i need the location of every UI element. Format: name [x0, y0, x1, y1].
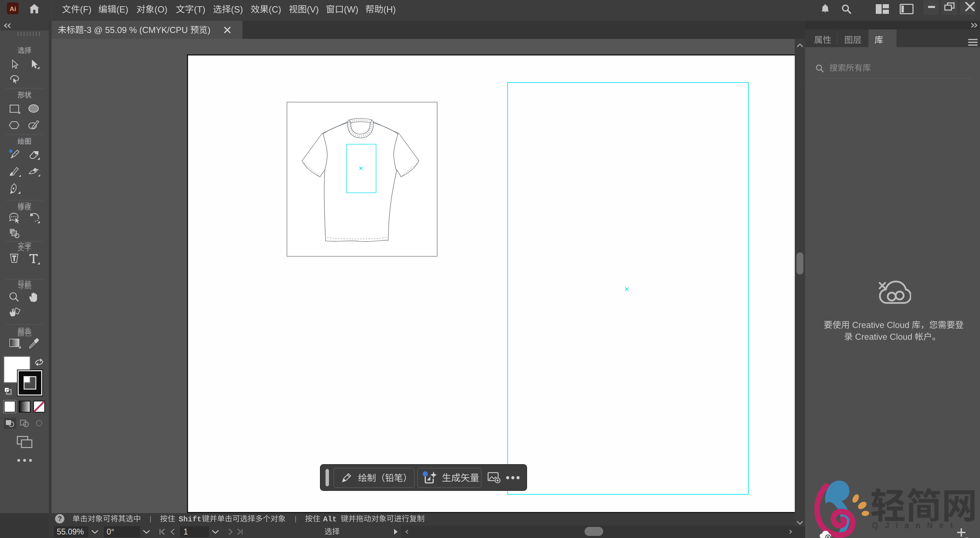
svg-text:Ai: Ai: [10, 5, 16, 13]
